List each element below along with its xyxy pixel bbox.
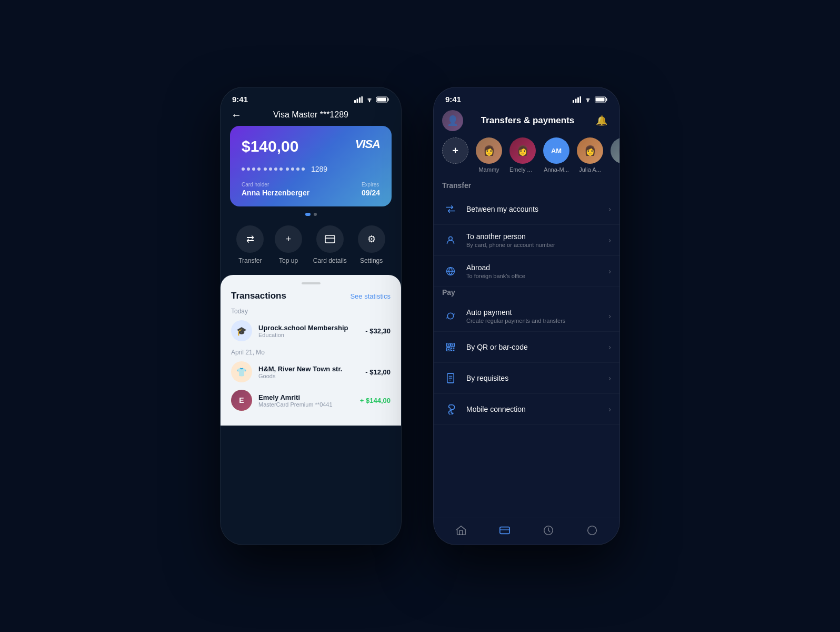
card-dot [252,167,255,171]
svg-rect-2 [359,97,361,103]
qr-barcode-title: By QR or bar-code [466,343,601,351]
transaction-category: Education [258,332,359,338]
battery-icon [376,96,389,103]
auto-payment-item[interactable]: Auto payment Create regular payments and… [434,301,619,332]
card-holder-value: Anna Herzenberger [242,189,309,197]
chevron-right-icon: › [608,267,611,275]
by-requisites-item[interactable]: By requisites › [434,363,619,394]
qr-barcode-item[interactable]: By QR or bar-code › [434,332,619,363]
home-icon [455,525,467,536]
recipients-row: + 👩 Mammy 👩 Emely Ah... [434,137,619,180]
indicator-dot-active [305,213,311,216]
svg-rect-10 [573,100,574,103]
recipient-name-emely: Emely Ah... [509,166,536,173]
left-header-title: Visa Master ***1289 [273,110,348,120]
card-dot [279,167,283,171]
dot-group-1 [242,167,261,171]
transaction-icon-avatar: E [231,390,252,411]
tx-group-apr21: April 21, Mo [231,349,391,356]
right-phone-inner: 9:41 [434,87,619,545]
recipient-julia[interactable]: 👩 Julia A... [577,137,603,173]
to-another-person-item[interactable]: To another person By card, phone or acco… [434,225,619,256]
card-dot [247,167,250,171]
card-container: VISA $140,00 [221,126,401,206]
qr-icon [442,339,459,355]
right-phone-header: 👤 Transfers & payments 🔔 [434,108,619,137]
card-holder-label: Card holder [242,182,309,187]
transactions-header: Transactions See statistics [231,291,391,301]
svg-rect-11 [575,98,577,103]
table-row[interactable]: 🎓 Uprock.school Membership Education - $… [231,320,391,341]
card-dot [257,167,261,171]
status-time-left: 9:41 [232,95,248,104]
person-icon [442,232,459,249]
notification-bell-button[interactable]: 🔔 [592,111,611,130]
card-indicator [221,206,401,220]
transfer-button[interactable]: ⇄ Transfer [236,225,264,264]
recipient-anna[interactable]: AM Anna-M... [543,137,569,173]
expires-value: 09/24 [362,189,380,197]
card-details-icon [316,225,344,253]
nav-payments-button[interactable] [499,525,511,536]
table-row[interactable]: 👕 H&M, River New Town str. Goods - $12,0… [231,361,391,382]
right-phone: 9:41 [433,87,620,545]
by-requisites-text: By requisites [466,374,601,382]
user-avatar[interactable]: 👤 [442,110,463,131]
signal-icon [354,96,363,103]
recipient-name-anna: Anna-M... [544,166,569,173]
to-another-person-sub: By card, phone or account number [466,242,601,248]
status-bar-right: 9:41 [434,87,619,108]
svg-rect-6 [388,98,389,101]
card-dot [264,167,267,171]
between-accounts-item[interactable]: Between my accounts › [434,194,619,225]
svg-rect-28 [452,344,453,345]
svg-rect-3 [362,96,363,103]
see-statistics-link[interactable]: See statistics [350,292,391,300]
person-transfer-icon [446,235,455,245]
chevron-right-icon: › [608,205,611,213]
settings-icon: ⚙ [358,225,385,253]
card-meta: Card holder Anna Herzenberger Expires 09… [242,182,380,197]
mobile-icon [442,401,459,418]
nav-statistics-button[interactable] [543,525,554,536]
card-details-label: Card details [313,257,347,264]
settings-button[interactable]: ⚙ Settings [358,225,385,264]
chevron-right-icon: › [608,405,611,413]
card-details-button[interactable]: Card details [313,225,347,264]
transaction-amount: - $32,30 [365,327,391,335]
card-expires-section: Expires 09/24 [362,182,380,197]
abroad-item[interactable]: Abroad To foreign bank's office › [434,256,619,287]
to-another-person-text: To another person By card, phone or acco… [466,232,601,248]
svg-point-14 [587,101,588,102]
back-button[interactable]: ← [231,109,242,121]
recipient-avatar-julia: 👩 [577,137,603,164]
recipient-mammy[interactable]: 👩 Mammy [476,137,502,173]
transfer-section-label: Transfer [434,180,619,194]
indicator-dot [314,213,317,216]
recipient-emely[interactable]: 👩 Emely Ah... [509,137,536,173]
visa-logo: VISA [355,137,380,151]
mobile-connection-item[interactable]: Mobile connection › [434,394,619,425]
chat-icon [586,525,598,536]
dot-group-2 [264,167,283,171]
recipient-name-julia: Julia A... [579,166,601,173]
nav-home-button[interactable] [455,525,467,536]
topup-label: Top up [279,257,298,264]
action-buttons: ⇄ Transfer + Top up Card details ⚙ Setti… [221,220,401,274]
abroad-icon [442,263,459,280]
tx-group-today: Today [231,308,391,315]
svg-rect-0 [354,100,356,103]
bank-card[interactable]: VISA $140,00 [230,126,392,206]
to-another-person-title: To another person [466,232,601,241]
topup-button[interactable]: + Top up [275,225,302,264]
add-recipient-button[interactable]: + [442,137,468,166]
between-accounts-text: Between my accounts [466,205,601,213]
recipient-li[interactable]: 👩 Li [611,137,619,173]
card-holder-section: Card holder Anna Herzenberger [242,182,309,197]
abroad-text: Abroad To foreign bank's office [466,263,601,279]
left-phone-header: ← Visa Master ***1289 [221,108,401,126]
table-row[interactable]: E Emely Amriti MasterCard Premium **0441… [231,390,391,411]
abroad-sub: To foreign bank's office [466,273,601,279]
nav-chat-button[interactable] [586,525,598,536]
pay-section-label: Pay [434,287,619,301]
